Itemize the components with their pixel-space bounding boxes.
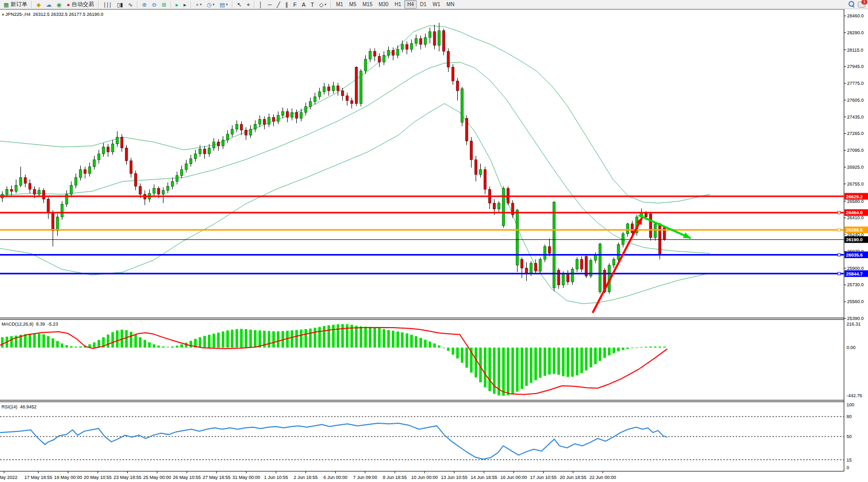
notification-badge: 1 [861, 0, 867, 5]
zoom-out-icon: ⊖ [152, 1, 156, 8]
candlestick-chart-button[interactable]: ▯▮ [115, 0, 125, 9]
price-tick-label: 27095.0 [847, 148, 864, 153]
svg-text:26629.2: 26629.2 [846, 194, 863, 199]
support-line-1-handle [838, 254, 840, 256]
symbol-name: JPN225-,H4 [6, 12, 31, 17]
notifications-icon[interactable]: 1 [858, 1, 866, 8]
chart-shift-icon: ▸ [183, 1, 186, 8]
time-axis-label: 16 May 2022 [0, 475, 17, 480]
toolbar-right: 1 [849, 1, 866, 8]
cursor-icon: ↖ [237, 1, 242, 8]
search-icon[interactable] [849, 1, 855, 7]
time-axis-label: 1 Jun 10:55 [264, 475, 288, 480]
bar-close: 26190.0 [87, 12, 104, 17]
timeframe-toolbar: M1M5M15M30H1H4D1W1MN [333, 0, 458, 9]
metaeditor-button[interactable]: ◆ [34, 0, 42, 9]
time-axis-label: 10 Jun 00:00 [411, 475, 438, 480]
timeframe-w1-button[interactable]: W1 [430, 0, 443, 9]
tile-windows-icon: ⊞ [161, 1, 166, 8]
main-toolbar: ▦新订单◆☁◉●自动交易∣∣∣▯▮∿⊕⊖⊞▸▸+▾◷▾▤▾↖⌖│─╱∥FAT◇▾… [0, 0, 868, 9]
line-chart-button[interactable]: ∿ [126, 0, 135, 9]
rsi-name: RSI(14) [2, 404, 17, 409]
arrows-icon: ◇ [319, 1, 323, 8]
symbol-header: ▾JPN225-,H4 26312.5 26332.5 26177.5 2619… [2, 12, 103, 17]
horizontal-line-button[interactable]: ─ [266, 0, 274, 9]
macd-name: MACD(12,26,9) [2, 322, 34, 327]
timeframe-h1-button[interactable]: H1 [391, 0, 404, 9]
timeframe-mn-button[interactable]: MN [443, 0, 458, 9]
timeframe-m30-button[interactable]: M30 [376, 0, 391, 9]
bar-chart-button[interactable]: ∣∣∣ [101, 0, 114, 9]
chart-window: 28460.028290.028115.027945.027775.027605… [0, 9, 868, 482]
new-order-button[interactable]: ▦新订单 [2, 0, 29, 9]
rsi-current-value: 48.9452 [20, 404, 37, 409]
macd-main-value: 8.39 [36, 322, 45, 327]
time-axis: 16 May 202217 May 18:5519 May 00:0020 Ma… [0, 471, 616, 480]
periods-button[interactable]: ◷▾ [205, 0, 217, 9]
toolbar-separator [31, 1, 32, 8]
time-axis-label: 17 Jun 10:55 [530, 475, 557, 480]
cursor-button[interactable]: ↖ [235, 0, 244, 9]
bar-low: 26177.5 [69, 12, 86, 17]
price-tick-label: 27265.0 [847, 131, 864, 136]
price-tick-label: 26755.0 [847, 181, 864, 187]
time-axis-label: 27 May 18:55 [203, 475, 231, 480]
time-axis-label: 2 Jun 18:55 [294, 475, 318, 480]
time-axis-label: 26 May 10:55 [173, 475, 201, 480]
svg-text:26035.6: 26035.6 [846, 253, 863, 258]
time-axis-label: 19 May 00:00 [54, 475, 82, 480]
crosshair-button[interactable]: ⌖ [245, 0, 252, 9]
toolbar-separator [171, 1, 172, 8]
zoom-in-button[interactable]: ⊕ [140, 0, 149, 9]
timeframe-m15-button[interactable]: M15 [360, 0, 376, 9]
zoom-in-icon: ⊕ [142, 1, 147, 8]
channel-icon: ∥ [285, 1, 288, 8]
collapse-arrow-icon[interactable]: ▾ [2, 13, 4, 17]
pivot-line-handle [838, 228, 840, 231]
support-line-2-handle [838, 272, 840, 275]
time-axis-label: 16 Jun 00:00 [500, 475, 527, 480]
tile-windows-button[interactable]: ⊞ [159, 0, 168, 9]
indicators-icon: + [196, 1, 199, 8]
templates-button[interactable]: ▤▾ [218, 0, 230, 9]
channel-button[interactable]: ∥ [283, 0, 290, 9]
chart-shift-button[interactable]: ▸ [181, 0, 189, 9]
time-axis-label: 17 May 18:55 [25, 475, 53, 480]
text-button[interactable]: A [300, 0, 308, 9]
text-icon: A [302, 1, 306, 8]
time-axis-label: 22 Jun 00:00 [590, 475, 616, 480]
trendline-button[interactable]: ╱ [275, 0, 283, 9]
price-tick-label: 25900.0 [847, 266, 864, 271]
price-tick-label: 26925.0 [847, 165, 864, 170]
timeframe-m5-button[interactable]: M5 [346, 0, 360, 9]
bar-open: 26312.5 [33, 12, 50, 17]
timeframe-m1-button[interactable]: M1 [333, 0, 346, 9]
timeframe-d1-button[interactable]: D1 [417, 0, 430, 9]
periods-icon: ◷ [207, 1, 212, 8]
auto-scroll-button[interactable]: ▸ [174, 0, 181, 9]
autotrading-button[interactable]: ●自动交易 [64, 0, 96, 9]
time-axis-label: 6 Jun 00:00 [323, 475, 347, 480]
svg-text:26464.0: 26464.0 [846, 210, 863, 215]
fibonacci-button[interactable]: F [291, 0, 299, 9]
macd-axis-label: 216.31 [847, 322, 861, 327]
text-label-button[interactable]: T [309, 0, 316, 9]
vertical-line-icon: │ [259, 1, 263, 8]
horizontal-line-icon: ─ [268, 1, 272, 8]
publish-icon: ☁ [46, 1, 52, 8]
rsi-axis-label: 80 [847, 414, 852, 419]
timeframe-h4-button[interactable]: H4 [404, 0, 417, 9]
new-order-button-label: 新订单 [10, 1, 27, 8]
bar-chart-icon: ∣∣∣ [103, 1, 112, 8]
arrows-button[interactable]: ◇▾ [317, 0, 329, 9]
price-tick-label: 25390.0 [847, 316, 864, 321]
vertical-line-button[interactable]: │ [257, 0, 265, 9]
price-tick-label: 27775.0 [847, 81, 864, 86]
chart-canvas[interactable]: 28460.028290.028115.027945.027775.027605… [0, 9, 868, 482]
signals-button[interactable]: ◉ [55, 0, 64, 9]
zoom-out-button[interactable]: ⊖ [150, 0, 158, 9]
price-tick-label: 26410.0 [847, 215, 864, 220]
indicators-button[interactable]: +▾ [194, 0, 204, 9]
publish-button[interactable]: ☁ [44, 0, 54, 9]
mt4-window: { "toolbar": { "buttons": [ {"name":"new… [0, 0, 868, 482]
